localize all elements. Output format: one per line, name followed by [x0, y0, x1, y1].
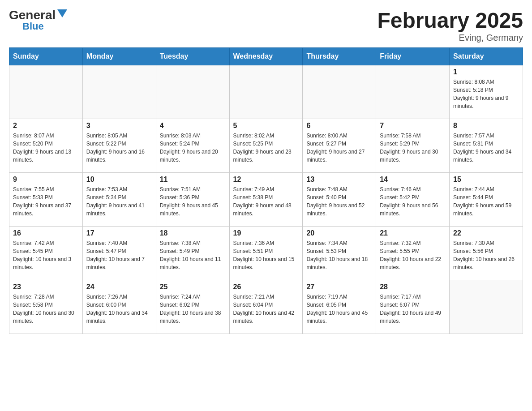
day-of-week-header: Wednesday [229, 47, 303, 65]
day-number: 1 [453, 68, 519, 76]
day-info: Sunrise: 7:30 AM Sunset: 5:56 PM Dayligh… [453, 239, 519, 271]
day-info: Sunrise: 8:08 AM Sunset: 5:18 PM Dayligh… [453, 78, 519, 110]
logo-general-text: General [9, 9, 56, 21]
calendar-cell: 23Sunrise: 7:28 AM Sunset: 5:58 PM Dayli… [9, 280, 83, 334]
day-number: 14 [380, 176, 446, 184]
calendar-cell: 1Sunrise: 8:08 AM Sunset: 5:18 PM Daylig… [450, 65, 523, 119]
location-subtitle: Eving, Germany [377, 33, 523, 43]
day-number: 19 [233, 229, 299, 237]
day-info: Sunrise: 8:05 AM Sunset: 5:22 PM Dayligh… [86, 132, 152, 164]
calendar-week-row: 1Sunrise: 8:08 AM Sunset: 5:18 PM Daylig… [9, 65, 523, 119]
calendar-cell: 3Sunrise: 8:05 AM Sunset: 5:22 PM Daylig… [82, 119, 156, 172]
day-info: Sunrise: 7:34 AM Sunset: 5:53 PM Dayligh… [306, 239, 372, 271]
day-number: 13 [306, 176, 372, 184]
calendar-week-row: 16Sunrise: 7:42 AM Sunset: 5:45 PM Dayli… [9, 226, 523, 280]
day-info: Sunrise: 7:28 AM Sunset: 5:58 PM Dayligh… [13, 293, 79, 325]
calendar-cell: 21Sunrise: 7:32 AM Sunset: 5:55 PM Dayli… [376, 226, 450, 280]
day-info: Sunrise: 7:38 AM Sunset: 5:49 PM Dayligh… [160, 239, 226, 271]
calendar-cell: 4Sunrise: 8:03 AM Sunset: 5:24 PM Daylig… [156, 119, 229, 172]
day-info: Sunrise: 8:00 AM Sunset: 5:27 PM Dayligh… [306, 132, 372, 164]
calendar-cell [229, 65, 303, 119]
day-of-week-header: Saturday [450, 47, 523, 65]
day-info: Sunrise: 7:32 AM Sunset: 5:55 PM Dayligh… [380, 239, 446, 271]
day-info: Sunrise: 8:03 AM Sunset: 5:24 PM Dayligh… [160, 132, 226, 164]
day-number: 7 [380, 122, 446, 130]
day-number: 3 [86, 122, 152, 130]
svg-marker-0 [57, 9, 67, 17]
day-number: 6 [306, 122, 372, 130]
calendar-cell: 7Sunrise: 7:58 AM Sunset: 5:29 PM Daylig… [376, 119, 450, 172]
day-info: Sunrise: 7:48 AM Sunset: 5:40 PM Dayligh… [306, 185, 372, 218]
day-of-week-header: Tuesday [156, 47, 229, 65]
day-info: Sunrise: 8:07 AM Sunset: 5:20 PM Dayligh… [13, 132, 79, 164]
logo-triangle-icon [57, 9, 67, 17]
day-number: 24 [86, 283, 152, 291]
day-info: Sunrise: 7:44 AM Sunset: 5:44 PM Dayligh… [453, 185, 519, 218]
day-of-week-header: Monday [82, 47, 156, 65]
day-info: Sunrise: 7:26 AM Sunset: 6:00 PM Dayligh… [86, 293, 152, 325]
day-info: Sunrise: 7:58 AM Sunset: 5:29 PM Dayligh… [380, 132, 446, 164]
day-info: Sunrise: 7:53 AM Sunset: 5:34 PM Dayligh… [86, 185, 152, 218]
day-number: 22 [453, 229, 519, 237]
day-info: Sunrise: 7:19 AM Sunset: 6:05 PM Dayligh… [306, 293, 372, 325]
calendar-week-row: 9Sunrise: 7:55 AM Sunset: 5:33 PM Daylig… [9, 172, 523, 226]
page-header: General Blue February 2025 Eving, German… [9, 9, 523, 43]
day-number: 8 [453, 122, 519, 130]
calendar-cell [9, 65, 83, 119]
calendar-cell: 9Sunrise: 7:55 AM Sunset: 5:33 PM Daylig… [9, 172, 83, 226]
month-title: February 2025 [377, 9, 523, 33]
day-of-week-header: Sunday [9, 47, 83, 65]
day-info: Sunrise: 7:46 AM Sunset: 5:42 PM Dayligh… [380, 185, 446, 218]
day-info: Sunrise: 8:02 AM Sunset: 5:25 PM Dayligh… [233, 132, 299, 164]
calendar-cell: 14Sunrise: 7:46 AM Sunset: 5:42 PM Dayli… [376, 172, 450, 226]
calendar-cell: 28Sunrise: 7:17 AM Sunset: 6:07 PM Dayli… [376, 280, 450, 334]
day-info: Sunrise: 7:21 AM Sunset: 6:04 PM Dayligh… [233, 293, 299, 325]
calendar-cell [376, 65, 450, 119]
day-info: Sunrise: 7:51 AM Sunset: 5:36 PM Dayligh… [160, 185, 226, 218]
calendar-cell: 27Sunrise: 7:19 AM Sunset: 6:05 PM Dayli… [303, 280, 376, 334]
calendar-week-row: 23Sunrise: 7:28 AM Sunset: 5:58 PM Dayli… [9, 280, 523, 334]
day-number: 20 [306, 229, 372, 237]
calendar-cell [450, 280, 523, 334]
day-number: 18 [160, 229, 226, 237]
day-number: 5 [233, 122, 299, 130]
calendar-cell: 5Sunrise: 8:02 AM Sunset: 5:25 PM Daylig… [229, 119, 303, 172]
calendar-week-row: 2Sunrise: 8:07 AM Sunset: 5:20 PM Daylig… [9, 119, 523, 172]
day-of-week-header: Thursday [303, 47, 376, 65]
day-of-week-header: Friday [376, 47, 450, 65]
calendar-cell: 6Sunrise: 8:00 AM Sunset: 5:27 PM Daylig… [303, 119, 376, 172]
day-info: Sunrise: 7:55 AM Sunset: 5:33 PM Dayligh… [13, 185, 79, 218]
day-number: 15 [453, 176, 519, 184]
calendar-cell: 16Sunrise: 7:42 AM Sunset: 5:45 PM Dayli… [9, 226, 83, 280]
logo-blue-text: Blue [22, 21, 44, 31]
day-info: Sunrise: 7:57 AM Sunset: 5:31 PM Dayligh… [453, 132, 519, 164]
day-info: Sunrise: 7:36 AM Sunset: 5:51 PM Dayligh… [233, 239, 299, 271]
day-number: 27 [306, 283, 372, 291]
day-number: 17 [86, 229, 152, 237]
logo: General Blue [9, 9, 67, 31]
calendar-cell: 12Sunrise: 7:49 AM Sunset: 5:38 PM Dayli… [229, 172, 303, 226]
day-info: Sunrise: 7:42 AM Sunset: 5:45 PM Dayligh… [13, 239, 79, 271]
day-info: Sunrise: 7:49 AM Sunset: 5:38 PM Dayligh… [233, 185, 299, 218]
day-number: 2 [13, 122, 79, 130]
calendar-cell: 8Sunrise: 7:57 AM Sunset: 5:31 PM Daylig… [450, 119, 523, 172]
day-number: 10 [86, 176, 152, 184]
calendar-cell: 26Sunrise: 7:21 AM Sunset: 6:04 PM Dayli… [229, 280, 303, 334]
day-number: 28 [380, 283, 446, 291]
calendar-cell [82, 65, 156, 119]
day-number: 12 [233, 176, 299, 184]
day-number: 11 [160, 176, 226, 184]
day-number: 21 [380, 229, 446, 237]
day-number: 9 [13, 176, 79, 184]
day-number: 25 [160, 283, 226, 291]
day-number: 16 [13, 229, 79, 237]
day-number: 23 [13, 283, 79, 291]
calendar-cell: 2Sunrise: 8:07 AM Sunset: 5:20 PM Daylig… [9, 119, 83, 172]
day-info: Sunrise: 7:17 AM Sunset: 6:07 PM Dayligh… [380, 293, 446, 325]
calendar-header-row: SundayMondayTuesdayWednesdayThursdayFrid… [9, 47, 523, 65]
calendar-cell: 13Sunrise: 7:48 AM Sunset: 5:40 PM Dayli… [303, 172, 376, 226]
calendar-cell: 24Sunrise: 7:26 AM Sunset: 6:00 PM Dayli… [82, 280, 156, 334]
calendar-table: SundayMondayTuesdayWednesdayThursdayFrid… [9, 47, 523, 334]
day-info: Sunrise: 7:40 AM Sunset: 5:47 PM Dayligh… [86, 239, 152, 271]
calendar-cell: 22Sunrise: 7:30 AM Sunset: 5:56 PM Dayli… [450, 226, 523, 280]
